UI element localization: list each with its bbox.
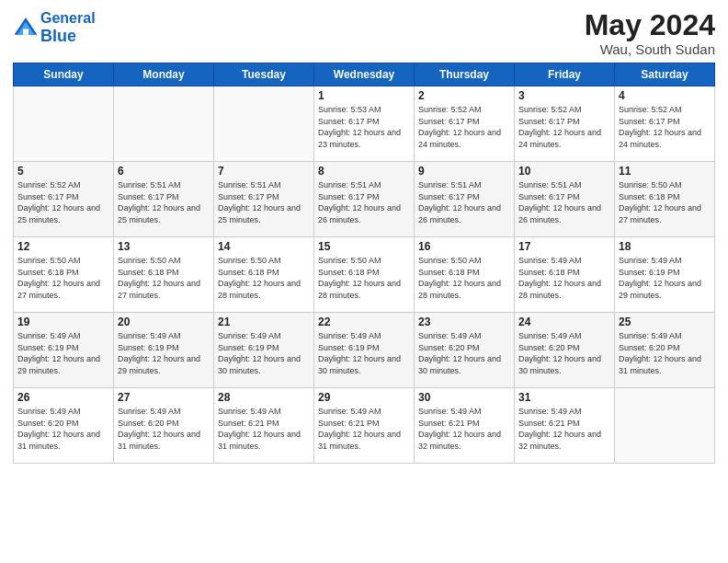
- weekday-header: Thursday: [415, 63, 515, 86]
- calendar-cell: [615, 388, 715, 464]
- calendar-cell: 9Sunrise: 5:51 AMSunset: 6:17 PMDaylight…: [415, 162, 515, 237]
- day-info: Sunrise: 5:49 AMSunset: 6:21 PMDaylight:…: [318, 406, 410, 452]
- logo-icon: [13, 15, 39, 40]
- calendar-cell: 28Sunrise: 5:49 AMSunset: 6:21 PMDayligh…: [214, 388, 314, 464]
- day-info: Sunrise: 5:49 AMSunset: 6:20 PMDaylight:…: [118, 406, 210, 452]
- header: General Blue May 2024 Wau, South Sudan: [13, 9, 715, 57]
- day-number: 15: [318, 240, 410, 253]
- calendar-week-row: 5Sunrise: 5:52 AMSunset: 6:17 PMDaylight…: [14, 162, 715, 237]
- calendar-week-row: 26Sunrise: 5:49 AMSunset: 6:20 PMDayligh…: [14, 388, 715, 464]
- day-number: 5: [17, 165, 109, 178]
- calendar-week-row: 1Sunrise: 5:53 AMSunset: 6:17 PMDaylight…: [14, 86, 715, 162]
- day-number: 31: [518, 391, 610, 404]
- day-info: Sunrise: 5:52 AMSunset: 6:17 PMDaylight:…: [518, 104, 610, 150]
- calendar-cell: 8Sunrise: 5:51 AMSunset: 6:17 PMDaylight…: [314, 162, 415, 237]
- day-info: Sunrise: 5:49 AMSunset: 6:20 PMDaylight:…: [17, 406, 109, 452]
- calendar-cell: 13Sunrise: 5:50 AMSunset: 6:18 PMDayligh…: [114, 237, 214, 313]
- calendar-cell: 24Sunrise: 5:49 AMSunset: 6:20 PMDayligh…: [515, 313, 615, 388]
- day-number: 9: [418, 165, 510, 178]
- day-info: Sunrise: 5:51 AMSunset: 6:17 PMDaylight:…: [518, 179, 610, 225]
- calendar-cell: 21Sunrise: 5:49 AMSunset: 6:19 PMDayligh…: [214, 313, 314, 388]
- day-info: Sunrise: 5:53 AMSunset: 6:17 PMDaylight:…: [318, 104, 410, 150]
- day-number: 13: [118, 240, 210, 253]
- day-info: Sunrise: 5:50 AMSunset: 6:18 PMDaylight:…: [619, 179, 711, 225]
- day-info: Sunrise: 5:50 AMSunset: 6:18 PMDaylight:…: [318, 255, 410, 301]
- day-number: 2: [418, 89, 510, 102]
- day-info: Sunrise: 5:50 AMSunset: 6:18 PMDaylight:…: [418, 255, 510, 301]
- logo: General Blue: [13, 9, 96, 47]
- calendar-cell: 4Sunrise: 5:52 AMSunset: 6:17 PMDaylight…: [615, 86, 715, 162]
- day-info: Sunrise: 5:49 AMSunset: 6:19 PMDaylight:…: [619, 255, 711, 301]
- calendar-cell: 30Sunrise: 5:49 AMSunset: 6:21 PMDayligh…: [415, 388, 515, 464]
- day-info: Sunrise: 5:49 AMSunset: 6:21 PMDaylight:…: [218, 406, 310, 452]
- day-number: 27: [118, 391, 210, 404]
- calendar-cell: 15Sunrise: 5:50 AMSunset: 6:18 PMDayligh…: [314, 237, 415, 313]
- day-info: Sunrise: 5:49 AMSunset: 6:20 PMDaylight:…: [619, 330, 711, 376]
- logo-line1: General: [40, 10, 96, 26]
- weekday-header: Sunday: [14, 63, 114, 86]
- calendar-week-row: 19Sunrise: 5:49 AMSunset: 6:19 PMDayligh…: [14, 313, 715, 388]
- day-number: 6: [118, 165, 210, 178]
- calendar-header-row: SundayMondayTuesdayWednesdayThursdayFrid…: [14, 63, 715, 86]
- calendar-cell: 11Sunrise: 5:50 AMSunset: 6:18 PMDayligh…: [615, 162, 715, 237]
- day-info: Sunrise: 5:49 AMSunset: 6:21 PMDaylight:…: [418, 406, 510, 452]
- calendar-cell: 5Sunrise: 5:52 AMSunset: 6:17 PMDaylight…: [14, 162, 114, 237]
- day-number: 10: [518, 165, 610, 178]
- day-number: 7: [218, 165, 310, 178]
- calendar-cell: 3Sunrise: 5:52 AMSunset: 6:17 PMDaylight…: [515, 86, 615, 162]
- calendar-cell: 27Sunrise: 5:49 AMSunset: 6:20 PMDayligh…: [114, 388, 214, 464]
- weekday-header: Tuesday: [214, 63, 314, 86]
- day-number: 29: [318, 391, 410, 404]
- calendar-cell: 20Sunrise: 5:49 AMSunset: 6:19 PMDayligh…: [114, 313, 214, 388]
- calendar-cell: 23Sunrise: 5:49 AMSunset: 6:20 PMDayligh…: [415, 313, 515, 388]
- calendar-cell: 10Sunrise: 5:51 AMSunset: 6:17 PMDayligh…: [515, 162, 615, 237]
- page: General Blue May 2024 Wau, South Sudan S…: [0, 0, 728, 563]
- day-number: 17: [518, 240, 610, 253]
- day-info: Sunrise: 5:51 AMSunset: 6:17 PMDaylight:…: [418, 179, 510, 225]
- day-number: 21: [218, 316, 310, 328]
- calendar-cell: 7Sunrise: 5:51 AMSunset: 6:17 PMDaylight…: [214, 162, 314, 237]
- calendar-cell: 1Sunrise: 5:53 AMSunset: 6:17 PMDaylight…: [314, 86, 415, 162]
- day-info: Sunrise: 5:49 AMSunset: 6:19 PMDaylight:…: [218, 330, 310, 376]
- day-info: Sunrise: 5:49 AMSunset: 6:20 PMDaylight:…: [418, 330, 510, 376]
- calendar-cell: 25Sunrise: 5:49 AMSunset: 6:20 PMDayligh…: [615, 313, 715, 388]
- day-number: 25: [619, 316, 711, 328]
- day-info: Sunrise: 5:50 AMSunset: 6:18 PMDaylight:…: [118, 255, 210, 301]
- calendar-cell: [14, 86, 114, 162]
- calendar-cell: 2Sunrise: 5:52 AMSunset: 6:17 PMDaylight…: [415, 86, 515, 162]
- calendar-table: SundayMondayTuesdayWednesdayThursdayFrid…: [13, 63, 715, 464]
- calendar-cell: 18Sunrise: 5:49 AMSunset: 6:19 PMDayligh…: [615, 237, 715, 313]
- day-number: 22: [318, 316, 410, 328]
- day-info: Sunrise: 5:49 AMSunset: 6:19 PMDaylight:…: [17, 330, 109, 376]
- day-number: 24: [518, 316, 610, 328]
- day-info: Sunrise: 5:49 AMSunset: 6:20 PMDaylight:…: [518, 330, 610, 376]
- day-number: 11: [619, 165, 711, 178]
- day-number: 1: [318, 89, 410, 102]
- calendar-cell: 31Sunrise: 5:49 AMSunset: 6:21 PMDayligh…: [515, 388, 615, 464]
- day-number: 16: [418, 240, 510, 253]
- day-info: Sunrise: 5:51 AMSunset: 6:17 PMDaylight:…: [318, 179, 410, 225]
- weekday-header: Wednesday: [314, 63, 415, 86]
- day-info: Sunrise: 5:52 AMSunset: 6:17 PMDaylight:…: [619, 104, 711, 150]
- day-info: Sunrise: 5:50 AMSunset: 6:18 PMDaylight:…: [17, 255, 109, 301]
- day-info: Sunrise: 5:52 AMSunset: 6:17 PMDaylight:…: [17, 179, 109, 225]
- calendar-cell: 12Sunrise: 5:50 AMSunset: 6:18 PMDayligh…: [14, 237, 114, 313]
- day-number: 19: [17, 316, 109, 328]
- day-number: 28: [218, 391, 310, 404]
- day-info: Sunrise: 5:49 AMSunset: 6:19 PMDaylight:…: [318, 330, 410, 376]
- day-info: Sunrise: 5:50 AMSunset: 6:18 PMDaylight:…: [218, 255, 310, 301]
- day-number: 18: [619, 240, 711, 253]
- weekday-header: Saturday: [615, 63, 715, 86]
- day-number: 4: [619, 89, 711, 102]
- calendar-cell: 14Sunrise: 5:50 AMSunset: 6:18 PMDayligh…: [214, 237, 314, 313]
- day-info: Sunrise: 5:51 AMSunset: 6:17 PMDaylight:…: [118, 179, 210, 225]
- calendar-week-row: 12Sunrise: 5:50 AMSunset: 6:18 PMDayligh…: [14, 237, 715, 313]
- calendar-cell: 19Sunrise: 5:49 AMSunset: 6:19 PMDayligh…: [14, 313, 114, 388]
- day-info: Sunrise: 5:49 AMSunset: 6:19 PMDaylight:…: [118, 330, 210, 376]
- day-info: Sunrise: 5:49 AMSunset: 6:21 PMDaylight:…: [518, 406, 610, 452]
- calendar-cell: 22Sunrise: 5:49 AMSunset: 6:19 PMDayligh…: [314, 313, 415, 388]
- day-number: 14: [218, 240, 310, 253]
- day-number: 12: [17, 240, 109, 253]
- day-number: 26: [17, 391, 109, 404]
- logo-text: General Blue: [40, 9, 96, 47]
